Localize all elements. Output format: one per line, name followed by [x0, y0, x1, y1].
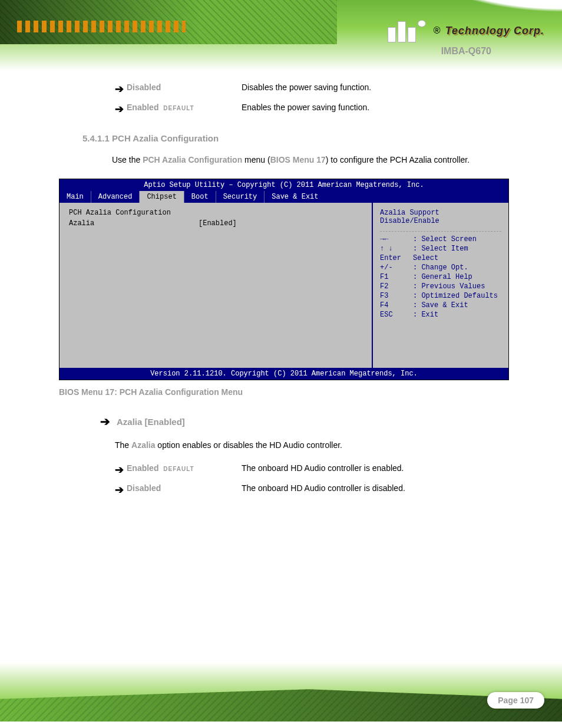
bios-hint-text: Disable/Enable — [380, 217, 501, 225]
bios-tab-chipset[interactable]: Chipset — [140, 191, 184, 203]
bios-key-hint: ESC: Exit — [380, 311, 501, 319]
section-heading: 5.4.1.1 PCH Azalia Configuration — [82, 133, 497, 143]
bios-tab-advanced[interactable]: Advanced — [91, 191, 140, 203]
page-header-banner: ® Technology Corp. IMBA-Q670 — [0, 0, 562, 71]
logo: ® Technology Corp. — [388, 19, 544, 42]
option-row: ➔ Disabled Disables the power saving fun… — [115, 83, 497, 95]
page-number-ribbon: Page 107 — [487, 692, 544, 709]
bios-setting-value: [Enabled] — [199, 219, 237, 228]
option-description: The onboard HD Audio controller is enabl… — [242, 463, 497, 473]
bios-tab-main[interactable]: Main — [59, 191, 91, 203]
option-label: Disabled — [127, 83, 242, 92]
option-label: Enabled DEFAULT — [127, 103, 242, 112]
bios-settings-pane: PCH Azalia Configuration Azalia [Enabled… — [59, 203, 373, 368]
option-label: Disabled — [127, 483, 242, 493]
logo-registered: ® — [434, 25, 441, 36]
arrow-right-icon: ➔ — [100, 414, 112, 429]
bios-pane-heading: PCH Azalia Configuration — [69, 209, 362, 217]
power-saving-options: ➔ Disabled Disables the power saving fun… — [115, 83, 497, 116]
bios-key-hint: F2: Previous Values — [380, 282, 501, 291]
footer-circuit-art — [0, 689, 562, 722]
azalia-options: ➔ Enabled DEFAULT The onboard HD Audio c… — [115, 463, 497, 496]
bios-key-hint: →←: Select Screen — [380, 235, 501, 243]
bios-key-hint: EnterSelect — [380, 254, 501, 262]
azalia-heading: ➔ Azalia [Enabled] — [100, 414, 497, 429]
option-description: The onboard HD Audio controller is disab… — [242, 483, 497, 493]
bios-tab-boot[interactable]: Boot — [184, 191, 216, 203]
bios-tab-save-exit[interactable]: Save & Exit — [265, 191, 325, 203]
arrow-right-icon: ➔ — [115, 483, 127, 496]
option-row: ➔ Enabled DEFAULT Enables the power savi… — [115, 103, 497, 116]
azalia-description: The Azalia option enables or disables th… — [115, 438, 497, 453]
bios-key-hint: +/-: Change Opt. — [380, 263, 501, 272]
bios-key-hint: F4: Save & Exit — [380, 301, 501, 309]
bios-setting-row[interactable]: Azalia [Enabled] — [69, 219, 362, 228]
option-row: ➔ Enabled DEFAULT The onboard HD Audio c… — [115, 463, 497, 476]
logo-text: Technology Corp. — [445, 25, 544, 37]
arrow-right-icon: ➔ — [115, 463, 127, 476]
arrow-right-icon: ➔ — [115, 83, 127, 95]
product-model: IMBA-Q670 — [441, 46, 491, 57]
figure-caption: BIOS Menu 17: PCH Azalia Configuration M… — [59, 387, 497, 397]
bios-footer-bar: Version 2.11.1210. Copyright (C) 2011 Am… — [59, 368, 508, 380]
bios-tab-security[interactable]: Security — [216, 191, 265, 203]
option-label: Enabled DEFAULT — [127, 463, 242, 473]
option-row: ➔ Disabled The onboard HD Audio controll… — [115, 483, 497, 496]
bios-key-hint: F3: Optimized Defaults — [380, 292, 501, 300]
bios-title-bar: Aptio Setup Utility – Copyright (C) 2011… — [59, 179, 508, 191]
bios-key-hint: ↑ ↓: Select Item — [380, 245, 501, 253]
bios-help-pane: Azalia Support Disable/Enable →←: Select… — [373, 203, 508, 368]
arrow-right-icon: ➔ — [115, 103, 127, 116]
logo-mark-icon — [388, 19, 429, 42]
option-description: Disables the power saving function. — [242, 83, 497, 92]
option-description: Enables the power saving function. — [242, 103, 497, 112]
page-footer-banner: Page 107 — [0, 663, 562, 722]
bios-menu-screenshot: Aptio Setup Utility – Copyright (C) 2011… — [59, 179, 509, 380]
bios-key-hint: F1: General Help — [380, 273, 501, 281]
bios-setting-label: Azalia — [69, 219, 199, 228]
section-intro: Use the PCH Azalia Configuration menu (B… — [112, 151, 497, 168]
bios-hint-text: Azalia Support — [380, 209, 501, 217]
bios-tab-bar: Main Advanced Chipset Boot Security Save… — [59, 191, 508, 203]
